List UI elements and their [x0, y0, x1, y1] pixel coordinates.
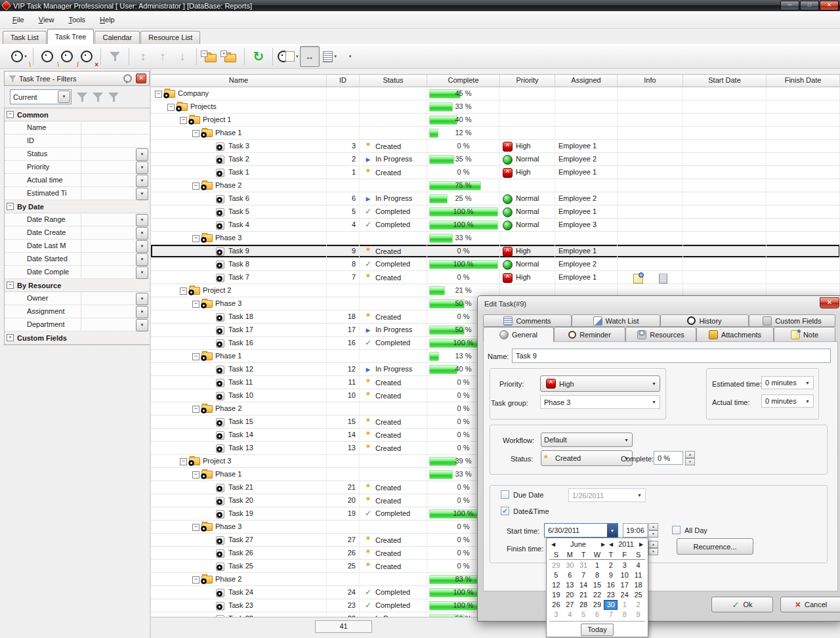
- task-row[interactable]: Task 99*Created0 %^HighEmployee 1: [151, 245, 840, 258]
- status-combobox[interactable]: * Created ▼: [541, 450, 633, 466]
- calendar-day[interactable]: 8: [618, 610, 631, 620]
- complete-input[interactable]: 0 %: [654, 451, 683, 465]
- filter-preset-combobox[interactable]: Current ▼: [10, 89, 72, 104]
- task-row[interactable]: Task 22▶In Progress35 %NormalEmployee 2: [151, 153, 840, 166]
- calendar-day[interactable]: 25: [631, 590, 645, 600]
- complete-spinner[interactable]: ▲▼: [685, 451, 695, 465]
- new-item-button[interactable]: \▾: [10, 47, 28, 66]
- filter-dropdown-button[interactable]: ▼: [136, 161, 148, 174]
- tree-collapse-icon[interactable]: −: [192, 182, 200, 190]
- calendar-day-selected[interactable]: 30: [604, 600, 618, 610]
- dialog-close-button[interactable]: ✕: [820, 297, 839, 308]
- filter-tasks-button[interactable]: [106, 47, 124, 66]
- filter-dropdown-button[interactable]: ▼: [136, 227, 148, 240]
- collapse-all-button[interactable]: −: [201, 47, 220, 66]
- filter-dropdown-button[interactable]: ▼: [136, 214, 148, 226]
- menu-tools[interactable]: Tools: [62, 14, 91, 26]
- next-month-button[interactable]: ▶: [599, 542, 607, 547]
- close-button[interactable]: ✕: [820, 1, 839, 11]
- prev-month-button[interactable]: ◀: [549, 542, 557, 547]
- dropdown-arrow-icon[interactable]: ▼: [58, 91, 70, 103]
- calendar-day[interactable]: 30: [563, 561, 577, 570]
- maximize-button[interactable]: □: [800, 1, 819, 11]
- new-task-button[interactable]: \: [38, 47, 56, 66]
- filter-dropdown-button[interactable]: ▼: [136, 319, 148, 331]
- filter-dropdown-button[interactable]: ▼: [136, 148, 148, 161]
- calendar-day[interactable]: 23: [604, 590, 618, 600]
- cancel-button[interactable]: × Cancel: [780, 597, 840, 612]
- calendar-day[interactable]: 31: [577, 561, 591, 570]
- tree-collapse-icon[interactable]: −: [180, 287, 187, 295]
- calendar-day[interactable]: 9: [604, 570, 618, 580]
- calendar-day[interactable]: 2: [631, 600, 645, 610]
- priority-combobox[interactable]: ^ High ▼: [540, 375, 660, 392]
- tree-collapse-icon[interactable]: −: [192, 524, 200, 531]
- calendar-day[interactable]: 4: [563, 610, 577, 620]
- dialog-tab-note[interactable]: Note: [774, 327, 835, 342]
- calendar-day[interactable]: 19: [549, 590, 563, 600]
- expand-box-icon[interactable]: +: [7, 334, 14, 341]
- tree-collapse-icon[interactable]: −: [180, 458, 187, 465]
- calendar-day[interactable]: 22: [591, 590, 604, 600]
- ok-button[interactable]: ✓ Ok: [711, 597, 773, 612]
- calendar-day[interactable]: 9: [631, 610, 645, 620]
- column-header-priority[interactable]: Priority: [500, 75, 555, 87]
- filter-dropdown-button[interactable]: ▼: [136, 240, 148, 253]
- menu-view[interactable]: View: [33, 14, 60, 26]
- filter-dropdown-button[interactable]: ▼: [136, 266, 148, 279]
- date-time-checkbox[interactable]: ✓: [501, 507, 509, 515]
- finish-time-spinner[interactable]: ▲▼: [648, 541, 658, 555]
- due-date-checkbox[interactable]: [501, 490, 509, 499]
- menu-help[interactable]: Help: [94, 14, 121, 26]
- actual-time-combobox[interactable]: 0 minutes ▼: [761, 394, 814, 408]
- apply-filter-button[interactable]: [77, 92, 87, 102]
- filter-dropdown-button[interactable]: ▼: [136, 188, 148, 200]
- calendar-day[interactable]: 26: [549, 600, 563, 610]
- dialog-tab-resources[interactable]: Resources: [625, 327, 696, 342]
- due-date-combobox[interactable]: 1/26/2011 ▼: [568, 488, 646, 502]
- dialog-tab-comments[interactable]: Comments: [483, 314, 572, 327]
- calendar-day[interactable]: 4: [631, 561, 645, 570]
- start-time-input[interactable]: 19:06: [623, 523, 648, 538]
- spin-up-icon[interactable]: ▲: [685, 451, 695, 458]
- dialog-tab-history[interactable]: History: [660, 314, 749, 327]
- calendar-day[interactable]: 1: [618, 600, 631, 610]
- calendar-day[interactable]: 12: [549, 580, 563, 590]
- column-header-info[interactable]: Info: [618, 75, 683, 87]
- column-header-assigned[interactable]: Assigned: [555, 75, 618, 87]
- details-icon[interactable]: [659, 274, 667, 284]
- calendar-day[interactable]: 28: [577, 600, 591, 610]
- tree-collapse-icon[interactable]: −: [192, 471, 200, 478]
- workflow-combobox[interactable]: Default ▼: [541, 433, 633, 447]
- filter-dropdown-button[interactable]: ▼: [136, 175, 148, 187]
- tab-resource-list[interactable]: Resource List: [140, 31, 200, 44]
- folder-row[interactable]: −Phase 333 %: [151, 232, 840, 245]
- fit-columns-button[interactable]: ↔: [300, 46, 320, 67]
- column-header-name[interactable]: Name: [151, 75, 327, 87]
- tab-task-tree[interactable]: Task Tree: [47, 29, 94, 44]
- tree-collapse-icon[interactable]: −: [180, 117, 187, 124]
- folder-row[interactable]: −Phase 275 %: [151, 179, 840, 192]
- estimated-time-combobox[interactable]: 0 minutes ▼: [761, 376, 814, 389]
- prev-year-button[interactable]: ◀: [607, 542, 615, 547]
- calendar-day[interactable]: 29: [591, 600, 604, 610]
- tab-calendar[interactable]: Calendar: [94, 31, 140, 44]
- filter-dropdown-button[interactable]: ▼: [136, 253, 148, 266]
- dialog-tab-general[interactable]: General: [483, 327, 554, 342]
- filter-dropdown-button[interactable]: ▼: [136, 306, 148, 318]
- task-row[interactable]: Task 77*Created0 %^HighEmployee 1: [151, 271, 840, 284]
- expand-all-button[interactable]: +: [221, 47, 240, 66]
- calendar-day[interactable]: 1: [591, 561, 604, 570]
- filter-section-custom-fields[interactable]: +Custom Fields: [5, 331, 150, 345]
- calendar-day[interactable]: 7: [577, 570, 591, 580]
- filter-section-by-resource[interactable]: −By Resource: [5, 279, 150, 292]
- calendar-day[interactable]: 16: [604, 580, 618, 590]
- move-up-button[interactable]: ↑: [154, 47, 172, 66]
- calendar-day[interactable]: 17: [618, 580, 631, 590]
- spin-up-icon[interactable]: ▲: [648, 523, 658, 530]
- task-row[interactable]: Task 55✓Completed100 %NormalEmployee 1: [151, 205, 840, 219]
- calendar-day[interactable]: 14: [577, 580, 591, 590]
- calendar-day[interactable]: 21: [577, 590, 591, 600]
- tree-collapse-icon[interactable]: −: [192, 576, 200, 584]
- calendar-day[interactable]: 29: [549, 561, 563, 570]
